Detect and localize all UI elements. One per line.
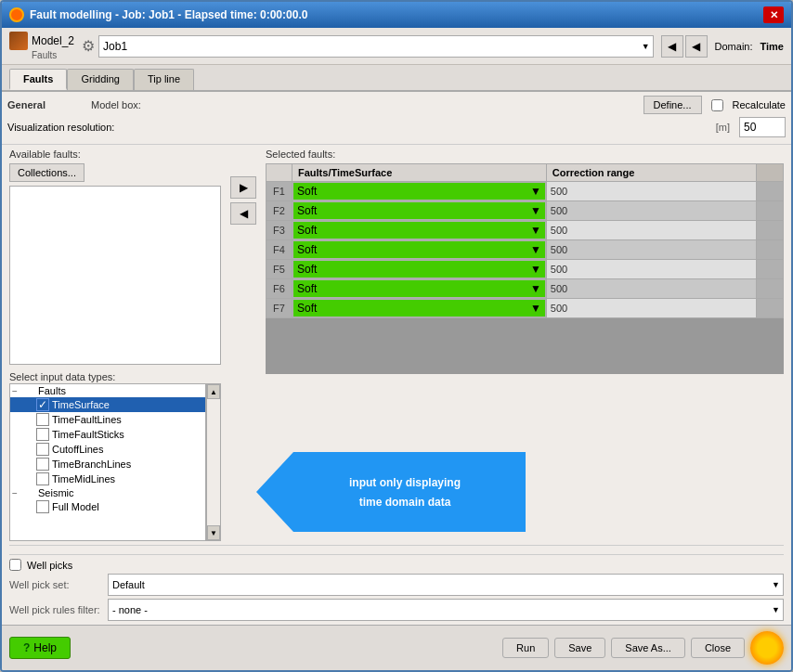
tree-item-cutofflines[interactable]: CutoffLines xyxy=(10,442,205,457)
nav-forward-button[interactable]: ◀ xyxy=(685,35,708,58)
fault-correction-f2: 500 xyxy=(546,201,756,221)
checkbox-timefaultlines[interactable] xyxy=(36,413,49,426)
tree-scrollbar[interactable]: ▲ ▼ xyxy=(206,383,221,541)
fault-dropdown-f4[interactable]: Soft ▼ xyxy=(293,241,545,258)
save-button[interactable]: Save xyxy=(554,638,605,658)
fault-dropdown-cell-f3[interactable]: Soft ▼ xyxy=(292,221,547,240)
fault-dropdown-f6[interactable]: Soft ▼ xyxy=(293,280,545,297)
table-row: F1 Soft ▼ 500 xyxy=(266,182,784,201)
fault-dropdown-cell-f2[interactable]: Soft ▼ xyxy=(292,201,547,221)
rules-filter-select[interactable]: - none - xyxy=(108,599,784,621)
fault-name-f1: Soft xyxy=(297,185,317,198)
fault-dropdown-cell-f4[interactable]: Soft ▼ xyxy=(292,240,547,260)
close-window-button[interactable]: ✕ xyxy=(763,6,784,23)
fault-correction-f5: 500 xyxy=(546,260,756,279)
tree-item-faults[interactable]: − Faults xyxy=(10,384,205,397)
fault-correction-f3: 500 xyxy=(546,221,756,240)
faults-area: Available faults: Collections... Select … xyxy=(2,145,791,625)
tree-item-timebranchlines[interactable]: TimeBranchLines xyxy=(10,457,205,472)
tab-tip-line[interactable]: Tip line xyxy=(134,69,194,90)
faults-main: Available faults: Collections... Select … xyxy=(9,149,784,541)
fault-dropdown-cell-f6[interactable]: Soft ▼ xyxy=(292,279,547,299)
col-header-fault: Faults/TimeSurface xyxy=(292,164,547,182)
fault-dropdown-f2[interactable]: Soft ▼ xyxy=(293,202,545,219)
tree-item-timefaultsticks[interactable]: TimeFaultSticks xyxy=(10,427,205,442)
tree-item-seismic[interactable]: − Seismic xyxy=(10,486,205,499)
help-icon: ? xyxy=(23,641,30,654)
scroll-up-button[interactable]: ▲ xyxy=(207,384,220,399)
checkbox-timebranchlines[interactable] xyxy=(36,458,49,471)
fault-id-f5: F5 xyxy=(266,260,292,279)
tab-faults[interactable]: Faults xyxy=(9,69,67,90)
vis-value-input[interactable] xyxy=(739,117,786,137)
recalculate-checkbox[interactable] xyxy=(711,99,723,111)
tree-timesurface-label: TimeSurface xyxy=(52,399,110,410)
job-select[interactable]: Job1 xyxy=(98,35,654,58)
fault-dropdown-cell-f7[interactable]: Soft ▼ xyxy=(292,299,547,318)
well-picks-section: Well picks Well pick set: Default ▼ Well… xyxy=(9,545,784,621)
col-header-correction: Correction range xyxy=(546,164,756,182)
collections-button[interactable]: Collections... xyxy=(9,163,84,182)
content-area: Model_2 Faults ⚙ Job1 ▼ ◀ ◀ Domain: Time xyxy=(2,28,791,670)
fault-extra-f6 xyxy=(757,279,784,299)
move-left-button[interactable]: ◀ xyxy=(230,202,256,225)
pick-set-select-wrapper[interactable]: Default ▼ xyxy=(108,574,784,596)
fault-dropdown-f1[interactable]: Soft ▼ xyxy=(293,183,545,200)
col-header-id xyxy=(266,164,292,182)
fault-extra-f7 xyxy=(757,299,784,318)
tree-item-fullmodel[interactable]: Full Model xyxy=(10,499,205,514)
save-as-button[interactable]: Save As... xyxy=(611,638,685,658)
run-button[interactable]: Run xyxy=(502,638,549,658)
table-row: F3 Soft ▼ 500 xyxy=(266,221,784,240)
tree-item-timesurface[interactable]: ✓ TimeSurface xyxy=(10,397,205,412)
fault-extra-f1 xyxy=(757,182,784,201)
well-picks-checkbox[interactable] xyxy=(9,559,21,571)
job-select-wrapper[interactable]: Job1 ▼ xyxy=(98,35,654,58)
fault-dropdown-f5[interactable]: Soft ▼ xyxy=(293,261,545,278)
checkbox-timefaultsticks[interactable] xyxy=(36,428,49,441)
nav-back-button[interactable]: ◀ xyxy=(661,35,683,58)
input-types: Select input data types: − Faults xyxy=(9,370,221,541)
tree-item-timemidlines[interactable]: TimeMidLines xyxy=(10,472,205,486)
help-button[interactable]: ? Help xyxy=(9,637,71,659)
fault-extra-f4 xyxy=(757,240,784,260)
pick-set-select[interactable]: Default xyxy=(108,574,784,596)
rules-filter-select-wrapper[interactable]: - none - ▼ xyxy=(108,599,784,621)
gear-icon: ⚙ xyxy=(82,37,95,55)
selected-faults-label: Selected faults: xyxy=(266,149,784,160)
vis-resolution-label: Visualization resolution: xyxy=(7,122,137,133)
fault-dropdown-f7[interactable]: Soft ▼ xyxy=(293,300,545,317)
fault-dropdown-cell-f1[interactable]: Soft ▼ xyxy=(292,182,547,201)
move-right-button[interactable]: ▶ xyxy=(230,176,256,199)
fault-dropdown-cell-f5[interactable]: Soft ▼ xyxy=(292,260,547,279)
table-row: F7 Soft ▼ 500 xyxy=(266,299,784,318)
define-button[interactable]: Define... xyxy=(644,96,702,114)
col-header-extra xyxy=(757,164,784,182)
model-sub: Faults xyxy=(32,50,74,60)
checkbox-fullmodel[interactable] xyxy=(36,500,49,513)
footer-right: Run Save Save As... Close xyxy=(502,631,784,665)
fault-dropdown-f3[interactable]: Soft ▼ xyxy=(293,222,545,239)
callout-arrow-shape: input only displaying time domain data xyxy=(256,452,526,532)
fault-name-f6: Soft xyxy=(297,282,317,295)
checkbox-cutofflines[interactable] xyxy=(36,443,49,456)
scroll-down-button[interactable]: ▼ xyxy=(207,525,220,540)
job-area: ⚙ Job1 ▼ xyxy=(82,35,654,58)
checkbox-timesurface[interactable]: ✓ xyxy=(36,398,49,411)
callout-container: input only displaying time domain data xyxy=(256,452,526,532)
tree-item-timefaultlines[interactable]: TimeFaultLines xyxy=(10,412,205,427)
tab-gridding[interactable]: Gridding xyxy=(67,69,134,90)
well-picks-label: Well picks xyxy=(27,560,72,571)
table-callout-area: Faults/TimeSurface Correction range F1 xyxy=(266,163,784,541)
tree-cutofflines-label: CutoffLines xyxy=(52,444,103,455)
fault-name-f7: Soft xyxy=(297,302,317,315)
dropdown-arrow-f3: ▼ xyxy=(530,224,541,237)
general-label: General xyxy=(7,99,82,110)
checkbox-timemidlines[interactable] xyxy=(36,472,49,485)
available-faults-list[interactable] xyxy=(9,186,221,365)
callout-text: input only displaying time domain data xyxy=(349,476,461,509)
unit-label: [m] xyxy=(716,122,730,133)
expander-faults: − xyxy=(12,386,25,396)
close-button[interactable]: Close xyxy=(691,638,745,658)
table-wrapper: Faults/TimeSurface Correction range F1 xyxy=(266,163,784,374)
